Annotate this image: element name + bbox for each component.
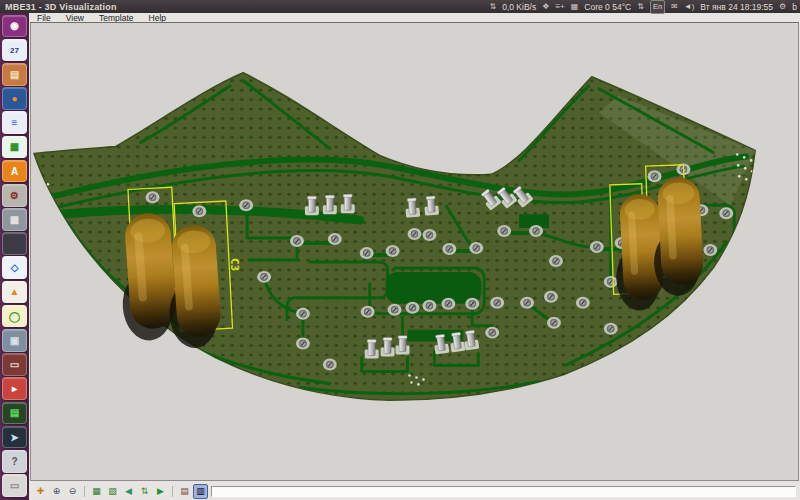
pcb-3d-scene: C3 [31, 23, 798, 480]
launcher-bottom-tray-app[interactable]: ▭ [2, 474, 27, 497]
edge-hole [750, 159, 753, 162]
solder-pad [485, 327, 499, 339]
launcher-dash-home[interactable]: ◉ [2, 15, 27, 38]
menu-file[interactable]: File [37, 13, 51, 23]
move-right-button[interactable]: ▶ [153, 484, 168, 499]
view-ortho-button[interactable]: ▤ [177, 484, 192, 499]
cpu-temp[interactable]: Core 0 54°C [584, 1, 631, 13]
launcher-orange-a-app[interactable]: A [2, 160, 27, 183]
pan-tool-button[interactable]: ✚ [33, 484, 48, 499]
arrows-updown-icon[interactable]: ⇅ [637, 1, 644, 13]
edge-hole [415, 376, 418, 379]
edge-hole [745, 178, 748, 181]
volume-icon[interactable]: ◄) [684, 1, 695, 13]
solder-pad [422, 300, 436, 312]
toolbar-separator [172, 486, 173, 497]
edge-hole [417, 383, 420, 386]
libreoffice-calc-icon: ▦ [10, 141, 19, 152]
launcher-firefox[interactable]: ● [2, 87, 27, 110]
orange-a-app-icon: A [11, 166, 18, 177]
solder-pad [422, 229, 436, 241]
solder-pad [408, 228, 422, 240]
view-perspective-button[interactable]: ▥ [193, 484, 208, 499]
move-vertical-button[interactable]: ⇅ [137, 484, 152, 499]
launcher-dropbox[interactable]: ◇ [2, 256, 27, 279]
solder-pad [442, 243, 456, 255]
cpu-chip-icon[interactable]: ▦ [571, 1, 579, 13]
calendar-icon: 27 [10, 46, 19, 55]
edge-hole [422, 378, 425, 381]
network-traffic-icon[interactable]: ⇅ [489, 1, 496, 13]
solder-pad [328, 233, 342, 245]
solder-pad [296, 338, 310, 350]
solder-pad [360, 247, 374, 259]
solder-pad [604, 276, 618, 288]
3d-viewport[interactable]: C3 [30, 22, 799, 481]
mail-icon[interactable]: ✉ [671, 1, 678, 13]
app-indicator-icon[interactable]: ❖ [542, 1, 549, 13]
launcher-red-dark-app[interactable]: ▭ [2, 353, 27, 376]
launcher-media-app[interactable]: ▸ [2, 377, 27, 400]
launcher-system-settings[interactable]: ⚙ [2, 184, 27, 207]
solder-pad [648, 170, 662, 182]
firefox-icon: ● [11, 93, 17, 104]
solder-pad [239, 199, 253, 211]
launcher-calendar[interactable]: 27 [2, 39, 27, 62]
menu-view[interactable]: View [66, 13, 84, 23]
libreoffice-writer-icon: ≡ [12, 117, 18, 128]
solder-pad [490, 297, 504, 309]
launcher-photos-app[interactable]: ▣ [2, 329, 27, 352]
launcher-bird-app[interactable]: ➤ [2, 426, 27, 449]
board-axis-button[interactable]: ▧ [105, 484, 120, 499]
launcher-dark-app[interactable] [2, 232, 27, 255]
bird-app-icon: ➤ [10, 432, 18, 443]
launcher-unknown-app[interactable]: ? [2, 450, 27, 473]
edge-hole [48, 194, 51, 197]
zoom-out-button[interactable]: ⊖ [65, 484, 80, 499]
unity-launcher: ◉27▤●≡▦A⚙▦◇▲◯▣▭▸▤➤?▭ [0, 13, 29, 500]
solder-pad [146, 191, 160, 203]
top-panel: MBE31 - 3D Visualization ⇅0,0 KiB/s❖≡+▦C… [0, 0, 800, 13]
unknown-app-icon: ? [11, 456, 17, 467]
solder-pad [520, 297, 534, 309]
media-app-icon: ▸ [12, 383, 17, 394]
bottom-toolbar: ✚⊕⊖▦▧◀⇅▶▤▥ [30, 483, 799, 499]
session-letter[interactable]: b [792, 1, 797, 13]
session-gear-icon[interactable]: ⚙ [779, 1, 786, 13]
system-settings-icon: ⚙ [10, 190, 19, 201]
edge-hole [42, 203, 45, 206]
clock[interactable]: Вт янв 24 18:19:55 [700, 1, 773, 13]
indicator-menu-icon[interactable]: ≡+ [555, 1, 564, 13]
board-reload-button[interactable]: ▦ [89, 484, 104, 499]
launcher-vlc[interactable]: ▲ [2, 281, 27, 304]
window-title: MBE31 - 3D Visualization [5, 2, 117, 12]
green-ring-app-icon: ◯ [9, 311, 20, 322]
edge-hole [410, 381, 413, 384]
launcher-green-ring-app[interactable]: ◯ [2, 305, 27, 328]
edge-hole [41, 191, 44, 194]
menu-help[interactable]: Help [149, 13, 166, 23]
launcher-calculator[interactable]: ▦ [2, 208, 27, 231]
menu-template[interactable]: Template [99, 13, 134, 23]
solder-pad [323, 359, 337, 371]
network-speed[interactable]: 0,0 KiB/s [502, 1, 536, 13]
solder-pad [192, 205, 206, 217]
launcher-green-text-app[interactable]: ▤ [2, 402, 27, 425]
edge-hole [47, 183, 50, 186]
solder-pad [497, 225, 511, 237]
solder-pad [441, 298, 455, 310]
zoom-in-button[interactable]: ⊕ [49, 484, 64, 499]
solder-pad [386, 245, 400, 257]
photos-app-icon: ▣ [10, 335, 19, 346]
solder-pad [549, 255, 563, 267]
solder-pad [469, 242, 483, 254]
edge-hole [737, 164, 740, 167]
solder-pad [529, 225, 543, 237]
keyboard-layout[interactable]: En [650, 0, 665, 14]
move-left-button[interactable]: ◀ [121, 484, 136, 499]
launcher-libreoffice-writer[interactable]: ≡ [2, 111, 27, 134]
edge-hole [738, 175, 741, 178]
launcher-libreoffice-calc[interactable]: ▦ [2, 136, 27, 159]
launcher-file-manager[interactable]: ▤ [2, 63, 27, 86]
silkscreen-ref-label: C3 [228, 258, 241, 271]
